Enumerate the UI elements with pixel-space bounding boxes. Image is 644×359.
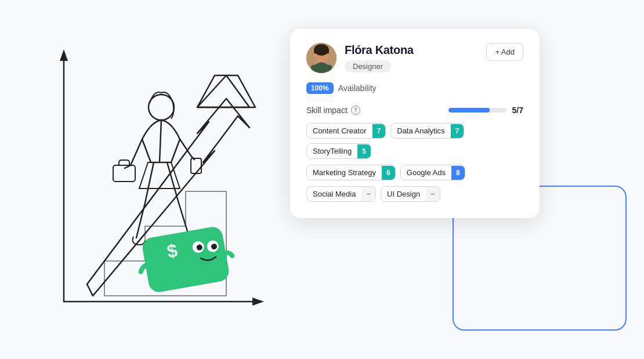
skill-tag-marketing-strategy: Marketing Strategy 6 xyxy=(306,165,396,180)
card-header: Flóra Katona Designer + Add xyxy=(306,43,523,73)
skill-tag-social-media: Social Media − xyxy=(306,186,376,202)
help-icon[interactable]: ? xyxy=(351,106,360,115)
role-badge: Designer xyxy=(345,60,391,72)
availability-row: 100% Availability xyxy=(306,82,523,94)
svg-marker-2 xyxy=(60,49,68,61)
skill-tag-data-analytics: Data Analytics 7 xyxy=(390,123,464,139)
illustration-svg: $ xyxy=(17,17,284,342)
skill-impact-row: Skill impact ? 5/7 xyxy=(306,106,523,115)
skill-impact-left: Skill impact ? xyxy=(306,106,360,115)
skills-section: Content Creator 7 Data Analytics 7 Story… xyxy=(306,123,523,202)
skill-score: 5/7 xyxy=(512,106,523,115)
skill-row-1: Content Creator 7 Data Analytics 7 Story… xyxy=(306,123,523,159)
illustration-area: $ xyxy=(0,0,302,359)
skill-row-2: Marketing Strategy 6 Google Ads 8 xyxy=(306,165,523,180)
progress-bar-fill xyxy=(448,108,490,113)
card-area: Flóra Katona Designer + Add 100% Availab… xyxy=(290,29,627,331)
skill-tag-ui-design: UI Design − xyxy=(381,186,440,202)
skill-row-3: Social Media − UI Design − xyxy=(306,186,523,202)
availability-label: Availability xyxy=(338,84,377,93)
skill-tag-google-ads: Google Ads 8 xyxy=(400,165,465,180)
progress-bar-container xyxy=(448,108,506,113)
profile-info: Flóra Katona Designer xyxy=(345,43,414,72)
skill-impact-label: Skill impact xyxy=(306,106,348,115)
profile-name: Flóra Katona xyxy=(345,43,414,57)
svg-rect-6 xyxy=(191,158,201,173)
svg-marker-3 xyxy=(252,298,264,306)
avatar xyxy=(306,43,337,73)
skill-tag-content-creator: Content Creator 7 xyxy=(306,123,386,139)
profile-card: Flóra Katona Designer + Add 100% Availab… xyxy=(290,29,540,218)
profile-left: Flóra Katona Designer xyxy=(306,43,414,73)
availability-badge: 100% xyxy=(306,82,334,94)
svg-rect-7 xyxy=(113,165,135,182)
add-button[interactable]: + Add xyxy=(486,43,523,61)
svg-point-5 xyxy=(149,95,174,120)
skill-impact-right: 5/7 xyxy=(448,106,523,115)
svg-rect-8 xyxy=(141,225,230,293)
skill-tag-storytelling: StoryTelling 5 xyxy=(306,143,371,159)
